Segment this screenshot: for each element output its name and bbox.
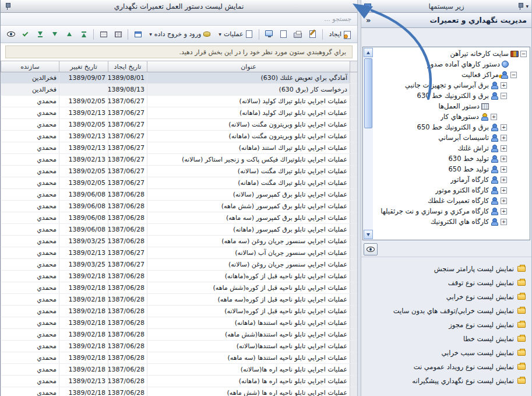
table-row[interactable]: عمليات اجرايي تابلو برق كمپرسور (شش ماهه… (1, 201, 357, 212)
move-down-button[interactable] (48, 27, 61, 41)
tree-expander-icon[interactable]: + (501, 187, 507, 194)
tree-item[interactable]: − سايت كارخانه تيرآهن (374, 48, 529, 59)
scroll-up-button[interactable] (364, 48, 373, 57)
table-row[interactable]: آمادگي براي تعويض غلتك (630) 1389/08/01 … (1, 72, 357, 84)
tree-expander-icon[interactable]: + (501, 208, 507, 215)
table-row[interactable]: عمليات اجرايي تابلو تيراك كوليد (ماهانه)… (1, 107, 357, 119)
tree-item[interactable]: + كارگاه تعميرات غلطك (374, 195, 529, 206)
tree-item[interactable]: + كارگاه آرماتور (374, 174, 529, 185)
auto-hide-pin-icon[interactable] (517, 2, 523, 10)
tree-expander-icon[interactable]: − (520, 51, 527, 57)
sidebar-link[interactable]: نمايش ليست پارامتر سنجش (361, 262, 531, 276)
table-row[interactable]: عمليات اجرايي تابلو ناحيه قبل از كوره(سه… (1, 294, 357, 306)
move-last-button[interactable] (33, 27, 47, 41)
tree-expander-icon[interactable]: − (501, 93, 507, 99)
table-row[interactable]: عمليات اجرايي تابلو برق كمپرسور (سالانه)… (1, 189, 357, 201)
tree-expander-icon[interactable]: + (501, 219, 507, 225)
table-row[interactable]: عمليات اجرايي تابلو ناحيه استندها(شش ماه… (1, 329, 357, 341)
apply-button[interactable] (19, 27, 32, 41)
search-input[interactable] (1, 13, 357, 25)
tree-expander-icon[interactable] (510, 61, 517, 68)
sidebar-link[interactable]: نمايش ليست نوع توقف (361, 276, 531, 290)
table-row[interactable]: عمليات اجرايي تابلو ناحيه استندها(سالانه… (1, 341, 357, 352)
import-export-menu-button[interactable]: ورود و خروج داده ▼ (146, 27, 214, 41)
table-row[interactable]: عمليات اجرايي تابلو ناحيه اره ها (شش ماه… (1, 387, 357, 396)
eye-button[interactable] (364, 243, 378, 255)
table-row[interactable]: عمليات اجرايي تابلو ناحيه اره ها(سالانه)… (1, 364, 357, 376)
tree-item[interactable]: + توليد خط 630 (374, 153, 529, 164)
table-row[interactable]: عمليات اجرايي سنسور جريان روغن (سالانه) … (1, 259, 357, 271)
sidebar-link[interactable]: نمايش ليست خرابي/توقف هاي بدون سايت (361, 304, 531, 318)
create-button[interactable]: ايجاد (326, 27, 355, 41)
sidebar-link[interactable]: نمايش ليست خطا (361, 332, 531, 346)
table-row[interactable]: عمليات اجرايي تابلو برق كمپرسور (ماهانه)… (1, 224, 357, 236)
tree-item[interactable]: + كارگاه الكترو موتور (374, 185, 529, 195)
scrollbar-track[interactable] (364, 57, 373, 230)
tree-item[interactable]: − مراكز فعاليت (374, 69, 529, 80)
table-row[interactable]: عمليات اجرايي تابلو تيراك كوليد (سالانه)… (1, 96, 357, 107)
table-row[interactable]: درخواست كار (برق 630) 1389/08/13 فخرالدي… (1, 84, 357, 96)
tree-item[interactable]: + كارگاه هاي الكترونيك (374, 216, 529, 227)
table-row[interactable]: عمليات اجرايي تابلو ناحيه استندها (سه ما… (1, 352, 357, 364)
monitor-button[interactable] (262, 27, 276, 41)
column-header-creator[interactable]: سازنده (1, 61, 59, 72)
edit-button[interactable] (306, 27, 319, 41)
move-first-button[interactable] (77, 27, 90, 41)
visibility-button[interactable] (4, 27, 17, 41)
column-header-title[interactable]: عنوان (147, 61, 350, 72)
tree-item[interactable]: + برق و الكترونيك خط 650 (374, 122, 529, 132)
tree-expander-icon[interactable]: − (510, 72, 517, 78)
table-row[interactable]: عمليات اجرايي تابلو ناحيه قبل از كوره(سا… (1, 306, 357, 317)
group-by-panel[interactable]: براي گروهبندي ستون مورد نظر خود را در اي… (5, 45, 353, 58)
tree-item[interactable]: + برق آبرساني و تجهيزات جانبي (374, 80, 529, 90)
tree-expander-icon[interactable]: + (501, 82, 507, 89)
list-view-button[interactable] (97, 27, 110, 41)
sidebar-link[interactable]: نمايش ليست نوع خرابي (361, 290, 531, 304)
tree-expander-icon[interactable]: + (491, 114, 497, 120)
tree-item[interactable]: دستور العمل‌ها (374, 101, 529, 111)
tree-item[interactable]: + تراش غلتك (374, 143, 529, 153)
table-row[interactable]: عمليات اجرايي تابلو تيراك مگنت (سالانه) … (1, 166, 357, 177)
table-row[interactable]: عمليات اجرايي سنسور جريان روغن (سه ماهه)… (1, 236, 357, 247)
tree-item[interactable]: + تاسيسات آبرساني (374, 132, 529, 143)
sidebar-link[interactable]: نمايش ليست نوع مجوز (361, 318, 531, 332)
tree-item[interactable]: + دستورهاي كار (374, 111, 529, 122)
table-row[interactable]: عمليات اجرايي تابلو تيراك استند (ماهانه)… (1, 142, 357, 154)
tree-item[interactable]: + كارگاه مركزي و نوسازي و نت جرثقيلها (374, 206, 529, 216)
tree-item[interactable]: − برق و الكترونيك خط 630 (374, 90, 529, 101)
operations-menu-button[interactable]: عمليات ▼ (215, 27, 255, 41)
scroll-down-button[interactable] (364, 230, 373, 239)
tree-item[interactable]: دستور كارهاي آماده صدور (374, 59, 529, 69)
table-row[interactable]: عمليات اجرايي تابلوتيراك فيكس پاكت و زنج… (1, 154, 357, 166)
tree-expander-icon[interactable] (491, 103, 497, 110)
tree-expander-icon[interactable]: + (501, 145, 507, 152)
table-row[interactable]: عمليات اجرايي تابلو ناحيه قبل از كوره(شش… (1, 282, 357, 294)
column-header-modified[interactable]: تاريخ تغيير (59, 61, 108, 72)
sidebar-link[interactable]: نمايش ليست سبب خرابي (361, 346, 531, 360)
grid-view-button[interactable] (111, 27, 125, 41)
move-up-button[interactable] (62, 27, 76, 41)
tree-expander-icon[interactable]: + (501, 177, 507, 183)
tree-expander-icon[interactable]: + (501, 198, 507, 204)
preview-button[interactable] (277, 27, 290, 41)
scrollbar-thumb[interactable] (364, 58, 372, 128)
collapse-chevrons-icon[interactable]: « (366, 16, 371, 24)
table-row[interactable]: عمليات اجرايي تابلو ناحيه استندها (ماهان… (1, 317, 357, 329)
print-button[interactable] (291, 27, 305, 41)
tree-item[interactable]: + توليد خط 650 (374, 164, 529, 174)
table-row[interactable]: عمليات اجرايي تابلو برق كمپرسور (سه ماهه… (1, 212, 357, 224)
sidebar-link[interactable]: نمايش ليست نوع نگهداري پيشگيرانه (361, 374, 531, 388)
table-row[interactable]: عمليات اجرايي تابلو وبريترون مگنت (ماهان… (1, 131, 357, 142)
column-header-created[interactable]: تاريخ ايجاد (108, 61, 147, 72)
table-row[interactable]: عمليات اجرايي تابلو ناحيه اره ها (ماهانه… (1, 376, 357, 387)
window-layout-button[interactable] (131, 27, 145, 41)
tree-expander-icon[interactable]: + (501, 135, 507, 141)
table-row[interactable]: عمليات اجرايي تابلو تيراك مگنت (ماهانه) … (1, 177, 357, 189)
panel-splitter[interactable] (357, 0, 361, 396)
table-row[interactable]: عمليات اجرايي تابلو ناحيه قبل از كوره(ما… (1, 271, 357, 282)
table-row[interactable]: عمليات اجرايي تابلو وبريترون مگنت (سالان… (1, 119, 357, 131)
table-row[interactable]: عمليات اجرايي سنسور جريان آب (سالانه) 13… (1, 247, 357, 259)
tree-scrollbar[interactable] (364, 48, 373, 239)
tree-expander-icon[interactable]: + (501, 156, 507, 162)
tree-expander-icon[interactable]: + (501, 166, 507, 173)
